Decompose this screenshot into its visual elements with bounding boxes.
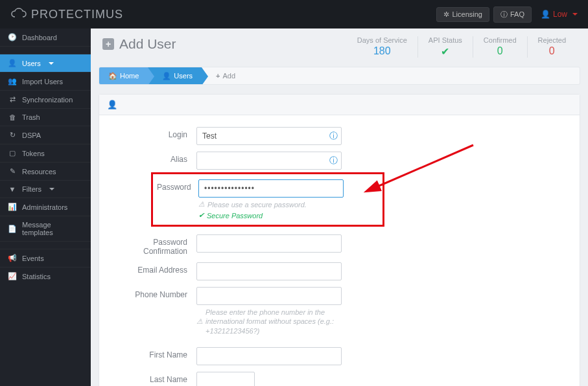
stat-api-status: API Status ✔	[417, 36, 473, 58]
page-title-text: Add User	[119, 36, 176, 52]
sidebar-item-resources[interactable]: ✎Resources	[0, 162, 91, 180]
sidebar-item-events[interactable]: 📢Events	[0, 249, 91, 267]
sidebar-label: Filters	[22, 185, 41, 193]
check-circle-icon: ✔	[198, 211, 204, 220]
first-name-input[interactable]	[196, 347, 342, 365]
sidebar-item-users[interactable]: 👤Users	[0, 54, 91, 72]
brand-logo: PROTECTIMUS	[10, 8, 123, 21]
phone-input[interactable]	[196, 287, 342, 305]
brand-text: PROTECTIMUS	[31, 8, 123, 21]
sidebar-item-tokens[interactable]: ▢Tokens	[0, 144, 91, 162]
sidebar-item-administrators[interactable]: 📊Administrators	[0, 198, 91, 216]
password-confirm-input[interactable]	[196, 234, 342, 253]
login-input[interactable]	[196, 127, 342, 145]
filter-icon: ▼	[8, 185, 17, 193]
page-header: + Add User Days of Service 180 API Statu…	[91, 28, 588, 62]
stat-label: Rejected	[538, 36, 566, 44]
sidebar-label: Tokens	[22, 150, 45, 157]
tokens-icon: ▢	[8, 149, 17, 157]
stat-days-of-service: Days of Service 180	[347, 36, 417, 58]
user-dropdown[interactable]: 👤 Low	[535, 10, 578, 19]
email-input[interactable]	[196, 262, 342, 280]
alias-label: Alias	[112, 152, 196, 164]
faq-label: FAQ	[510, 10, 524, 18]
trash-icon: 🗑	[8, 113, 17, 121]
import-icon: 👥	[8, 77, 17, 85]
breadcrumb: 🏠Home 👤Users +Add	[99, 67, 580, 85]
stat-label: Confirmed	[484, 36, 517, 44]
main-content: + Add User Days of Service 180 API Statu…	[91, 28, 588, 386]
password-confirm-label: Password Confirmation	[112, 234, 196, 256]
stats-icon: 📈	[8, 272, 17, 280]
faq-button[interactable]: ⓘ FAQ	[493, 6, 532, 23]
dashboard-icon: 🕑	[8, 33, 17, 41]
sidebar-item-filters[interactable]: ▼Filters	[0, 180, 91, 198]
template-icon: 📄	[8, 225, 17, 233]
info-icon[interactable]: ⓘ	[329, 155, 338, 166]
panel-body: Login ⓘ Alias ⓘ	[99, 115, 580, 386]
sidebar-item-dspa[interactable]: ↻DSPA	[0, 126, 91, 144]
cloud-lock-icon	[10, 8, 27, 21]
sync-icon: ⇄	[8, 95, 17, 104]
sidebar-label: Resources	[22, 168, 56, 176]
stat-value: 180	[357, 45, 407, 57]
email-label: Email Address	[112, 262, 196, 275]
login-label: Login	[112, 127, 196, 139]
warning-icon: ⚠	[198, 200, 205, 209]
breadcrumb-label: Home	[120, 72, 139, 80]
sidebar-item-message-templates[interactable]: 📄Message templates	[0, 216, 91, 241]
sidebar-label: Dashboard	[22, 34, 57, 41]
info-icon[interactable]: ⓘ	[329, 130, 338, 142]
topbar-actions: ✲ Licensing ⓘ FAQ 👤 Low	[436, 6, 578, 23]
user-name: Low	[553, 10, 567, 19]
licensing-label: Licensing	[452, 10, 482, 18]
phone-hint: ⚠Please enter the phone number in the in…	[196, 308, 352, 335]
stat-value: 0	[484, 45, 517, 57]
breadcrumb-label: Users	[174, 72, 193, 80]
phone-label: Phone Number	[112, 287, 196, 299]
check-icon: ✔	[429, 45, 462, 58]
sidebar-item-dashboard[interactable]: 🕑Dashboard	[0, 28, 91, 46]
stat-rejected: Rejected 0	[527, 36, 576, 58]
form-panel: 👤 Login ⓘ Alias ⓘ	[99, 94, 580, 386]
password-secure-indicator: ✔Secure Password	[198, 211, 344, 220]
breadcrumb-home[interactable]: 🏠Home	[99, 67, 148, 84]
stats-bar: Days of Service 180 API Status ✔ Confirm…	[347, 36, 576, 58]
sidebar-label: Administrators	[22, 203, 67, 211]
admin-icon: 📊	[8, 203, 17, 211]
sidebar-label: Import Users	[22, 78, 63, 85]
sidebar-label: Statistics	[22, 273, 51, 280]
plus-icon: +	[102, 38, 114, 50]
stat-label: API Status	[429, 36, 462, 44]
sidebar: 🕑Dashboard 👤Users 👥Import Users ⇄Synchro…	[0, 28, 91, 386]
panel-header: 👤	[99, 95, 580, 115]
breadcrumb-users[interactable]: 👤Users	[148, 67, 202, 84]
refresh-icon: ↻	[8, 131, 17, 139]
sidebar-item-import-users[interactable]: 👥Import Users	[0, 72, 91, 90]
sidebar-label: Message templates	[22, 221, 83, 236]
sidebar-label: DSPA	[22, 131, 41, 139]
events-icon: 📢	[8, 254, 17, 262]
user-icon: 👤	[107, 100, 117, 109]
sidebar-item-synchronization[interactable]: ⇄Synchronization	[0, 90, 91, 108]
alias-input[interactable]	[196, 152, 342, 170]
warning-icon: ⚠	[196, 317, 203, 326]
password-hint: ⚠Please use a secure password.	[198, 200, 344, 209]
plus-icon: +	[216, 72, 220, 80]
stat-value: 0	[538, 45, 566, 57]
stat-confirmed: Confirmed 0	[473, 36, 527, 58]
resources-icon: ✎	[8, 167, 17, 176]
sun-icon: ✲	[443, 10, 449, 19]
home-icon: 🏠	[108, 72, 117, 80]
sidebar-item-statistics[interactable]: 📈Statistics	[0, 267, 91, 285]
sidebar-item-trash[interactable]: 🗑Trash	[0, 108, 91, 126]
sidebar-label: Synchronization	[22, 96, 73, 104]
password-input[interactable]	[198, 179, 344, 198]
licensing-button[interactable]: ✲ Licensing	[436, 7, 489, 22]
first-name-label: First Name	[112, 347, 196, 359]
page-title: + Add User	[102, 36, 176, 52]
user-icon: 👤	[162, 72, 171, 80]
last-name-input[interactable]	[196, 372, 255, 386]
password-highlight-box: Password ⚠Please use a secure password. …	[151, 172, 384, 227]
stat-label: Days of Service	[357, 36, 407, 44]
